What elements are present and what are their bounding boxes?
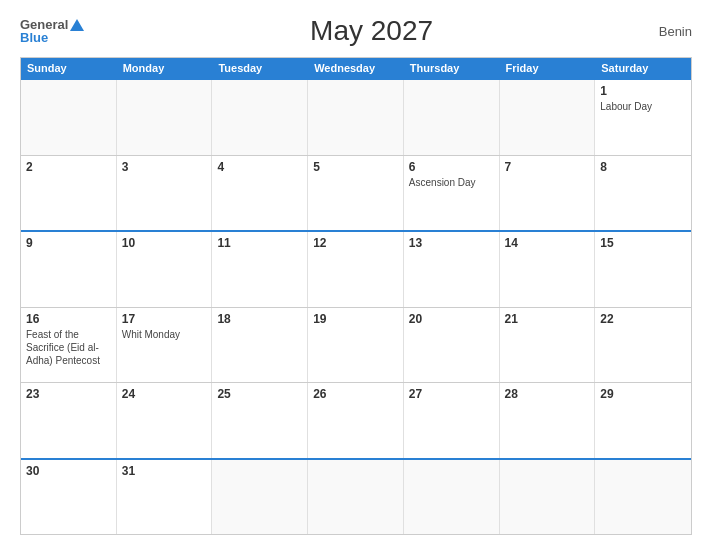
- day-cell: [212, 460, 308, 535]
- day-cell: 8: [595, 156, 691, 231]
- day-header-monday: Monday: [117, 58, 213, 78]
- day-cell: 7: [500, 156, 596, 231]
- calendar-title: May 2027: [310, 15, 433, 47]
- week-row-5: 23242526272829: [21, 382, 691, 458]
- day-number: 17: [122, 312, 207, 326]
- day-cell: [308, 80, 404, 155]
- day-number: 29: [600, 387, 686, 401]
- day-number: 12: [313, 236, 398, 250]
- day-cell: [212, 80, 308, 155]
- day-header-saturday: Saturday: [595, 58, 691, 78]
- day-cell: 5: [308, 156, 404, 231]
- day-number: 30: [26, 464, 111, 478]
- day-number: 31: [122, 464, 207, 478]
- day-number: 7: [505, 160, 590, 174]
- week-row-1: 1Labour Day: [21, 78, 691, 155]
- day-cell: 26: [308, 383, 404, 458]
- day-number: 6: [409, 160, 494, 174]
- day-cell: 13: [404, 232, 500, 307]
- weeks-container: 1Labour Day23456Ascension Day78910111213…: [21, 78, 691, 534]
- day-cell: [404, 80, 500, 155]
- day-cell: 19: [308, 308, 404, 383]
- day-cell: 15: [595, 232, 691, 307]
- day-cell: 2: [21, 156, 117, 231]
- day-cell: 6Ascension Day: [404, 156, 500, 231]
- country-label: Benin: [659, 24, 692, 39]
- day-number: 5: [313, 160, 398, 174]
- day-number: 3: [122, 160, 207, 174]
- week-row-6: 3031: [21, 458, 691, 535]
- day-cell: 22: [595, 308, 691, 383]
- day-cell: 29: [595, 383, 691, 458]
- day-number: 23: [26, 387, 111, 401]
- day-number: 9: [26, 236, 111, 250]
- day-cell: [500, 460, 596, 535]
- logo-blue-text: Blue: [20, 31, 84, 44]
- day-number: 20: [409, 312, 494, 326]
- day-number: 22: [600, 312, 686, 326]
- day-event: Whit Monday: [122, 329, 180, 340]
- day-cell: [117, 80, 213, 155]
- day-cell: 20: [404, 308, 500, 383]
- logo-triangle-icon: [70, 19, 84, 31]
- calendar: SundayMondayTuesdayWednesdayThursdayFrid…: [20, 57, 692, 535]
- day-number: 10: [122, 236, 207, 250]
- day-cell: [595, 460, 691, 535]
- page-header: General Blue May 2027 Benin: [20, 15, 692, 47]
- day-headers-row: SundayMondayTuesdayWednesdayThursdayFrid…: [21, 58, 691, 78]
- day-header-tuesday: Tuesday: [212, 58, 308, 78]
- day-cell: 18: [212, 308, 308, 383]
- day-cell: 3: [117, 156, 213, 231]
- day-number: 15: [600, 236, 686, 250]
- day-number: 27: [409, 387, 494, 401]
- day-number: 1: [600, 84, 686, 98]
- day-cell: 12: [308, 232, 404, 307]
- day-cell: 31: [117, 460, 213, 535]
- day-cell: 4: [212, 156, 308, 231]
- day-number: 4: [217, 160, 302, 174]
- day-event: Labour Day: [600, 101, 652, 112]
- day-number: 25: [217, 387, 302, 401]
- day-cell: 17Whit Monday: [117, 308, 213, 383]
- day-number: 11: [217, 236, 302, 250]
- day-header-sunday: Sunday: [21, 58, 117, 78]
- day-number: 2: [26, 160, 111, 174]
- day-number: 21: [505, 312, 590, 326]
- day-header-thursday: Thursday: [404, 58, 500, 78]
- day-number: 13: [409, 236, 494, 250]
- day-cell: 21: [500, 308, 596, 383]
- day-number: 26: [313, 387, 398, 401]
- day-number: 16: [26, 312, 111, 326]
- day-cell: 11: [212, 232, 308, 307]
- day-cell: [404, 460, 500, 535]
- week-row-4: 16Feast of the Sacrifice (Eid al-Adha) P…: [21, 307, 691, 383]
- day-cell: 30: [21, 460, 117, 535]
- day-event: Feast of the Sacrifice (Eid al-Adha) Pen…: [26, 329, 100, 366]
- day-cell: 9: [21, 232, 117, 307]
- week-row-3: 9101112131415: [21, 230, 691, 307]
- day-number: 19: [313, 312, 398, 326]
- day-number: 28: [505, 387, 590, 401]
- day-cell: 24: [117, 383, 213, 458]
- day-number: 14: [505, 236, 590, 250]
- day-number: 24: [122, 387, 207, 401]
- logo: General Blue: [20, 18, 84, 44]
- day-cell: [500, 80, 596, 155]
- day-header-wednesday: Wednesday: [308, 58, 404, 78]
- day-cell: 1Labour Day: [595, 80, 691, 155]
- day-event: Ascension Day: [409, 177, 476, 188]
- day-cell: [21, 80, 117, 155]
- day-cell: 25: [212, 383, 308, 458]
- day-cell: 23: [21, 383, 117, 458]
- day-cell: 10: [117, 232, 213, 307]
- day-cell: 27: [404, 383, 500, 458]
- day-cell: 16Feast of the Sacrifice (Eid al-Adha) P…: [21, 308, 117, 383]
- day-header-friday: Friday: [500, 58, 596, 78]
- day-cell: 14: [500, 232, 596, 307]
- day-cell: [308, 460, 404, 535]
- day-cell: 28: [500, 383, 596, 458]
- day-number: 8: [600, 160, 686, 174]
- week-row-2: 23456Ascension Day78: [21, 155, 691, 231]
- day-number: 18: [217, 312, 302, 326]
